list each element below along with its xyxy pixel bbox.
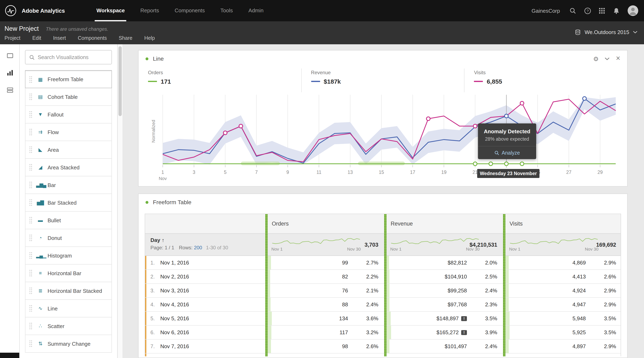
menu-insert[interactable]: Insert	[53, 35, 66, 41]
report-suite-selector[interactable]: We.Outdoors 2015	[575, 29, 638, 35]
legend-orders[interactable]: Orders171	[138, 69, 301, 92]
collapse-chevron-icon[interactable]	[605, 57, 610, 60]
line-chart[interactable]	[161, 95, 617, 168]
table-row[interactable]: 1.Nov 1, 2016992.7%$82,8122.0%4,8692.9%	[145, 256, 621, 270]
notifications-icon[interactable]	[613, 7, 620, 14]
viz-item-horizontal-bar-stacked[interactable]: ≣Horizontal Bar Stacked	[25, 282, 112, 300]
column-header-orders[interactable]: Orders	[265, 214, 384, 233]
cell-orders-value: 88	[265, 301, 348, 307]
cell-visits[interactable]: 5,9253.5%	[503, 326, 622, 339]
nav-item-reports[interactable]: Reports	[132, 0, 167, 21]
dimension-label[interactable]: Day	[150, 237, 160, 243]
sparkline	[271, 237, 361, 245]
table-row[interactable]: 3.Nov 3, 2016762.1%$99,2582.4%4,9242.9%	[145, 284, 621, 298]
cell-visits[interactable]: 4,9242.9%	[503, 284, 622, 297]
menu-help[interactable]: Help	[144, 35, 155, 41]
gear-icon[interactable]: ⚙	[593, 56, 599, 62]
cell-orders[interactable]: 982.6%	[265, 339, 384, 353]
column-drag-handle-visits[interactable]	[503, 214, 506, 356]
scrollbar-thumb[interactable]	[118, 46, 122, 116]
day-cell[interactable]: 3.Nov 3, 2016	[145, 284, 265, 297]
cell-orders[interactable]: 1343.6%	[265, 312, 384, 325]
day-cell[interactable]: 1.Nov 1, 2016	[145, 256, 265, 269]
x-tick-label: 15	[379, 170, 384, 175]
day-cell[interactable]: 7.Nov 7, 2016	[145, 339, 265, 353]
viz-item-area[interactable]: ◣Area	[25, 141, 112, 159]
cell-orders[interactable]: 882.4%	[265, 298, 384, 311]
visualizations-rail-icon[interactable]	[0, 67, 20, 79]
table-row[interactable]: 6.Nov 6, 20161173.2%$165,272!3.9%5,9253.…	[145, 326, 621, 339]
nav-item-components[interactable]: Components	[167, 0, 212, 21]
sort-ascending-icon[interactable]: ↑	[162, 237, 164, 243]
viz-item-fallout[interactable]: ▼Fallout	[25, 106, 112, 123]
nav-item-tools[interactable]: Tools	[212, 0, 241, 21]
cell-visits[interactable]: 5,9483.5%	[503, 312, 622, 325]
viz-item-line[interactable]: ∿Line	[25, 300, 112, 317]
cell-visits[interactable]: 4,4132.6%	[503, 270, 622, 283]
viz-item-summary-change[interactable]: ⇅Summary Change	[25, 335, 112, 353]
cell-revenue[interactable]: $99,2582.4%	[384, 284, 503, 297]
panels-rail-icon[interactable]	[0, 49, 20, 62]
menu-components[interactable]: Components	[78, 35, 107, 41]
cell-orders[interactable]: 822.2%	[265, 270, 384, 283]
cell-orders[interactable]: 1173.2%	[265, 326, 384, 339]
column-drag-handle-revenue[interactable]	[384, 214, 386, 356]
column-drag-handle-orders[interactable]	[265, 214, 268, 356]
table-row[interactable]: 7.Nov 7, 2016982.6%$101,4972.4%4,8972.9%	[145, 339, 621, 353]
cell-orders[interactable]: 762.1%	[265, 284, 384, 297]
menu-edit[interactable]: Edit	[32, 35, 41, 41]
cell-visits[interactable]: 4,8972.9%	[503, 339, 622, 353]
rows-count-link[interactable]: 200	[194, 245, 202, 251]
avatar[interactable]	[628, 5, 638, 16]
drag-handle-icon	[29, 76, 32, 83]
cell-revenue[interactable]: $101,4972.4%	[384, 339, 503, 353]
menu-project[interactable]: Project	[4, 35, 20, 41]
legend-visits[interactable]: Visits6,855	[464, 69, 627, 92]
anomaly-note-icon[interactable]: !	[461, 316, 467, 321]
cell-revenue[interactable]: $165,272!3.9%	[384, 326, 503, 339]
anomaly-note-icon[interactable]: !	[461, 330, 467, 335]
viz-search-input[interactable]	[38, 54, 105, 60]
nav-item-workspace[interactable]: Workspace	[89, 0, 132, 21]
components-rail-icon[interactable]	[0, 84, 20, 96]
menu-share[interactable]: Share	[119, 35, 132, 41]
viz-item-horizontal-bar[interactable]: ≡Horizontal Bar	[25, 264, 112, 282]
help-icon[interactable]: ?	[584, 7, 591, 14]
viz-item-scatter[interactable]: ∴Scatter	[25, 317, 112, 335]
search-icon[interactable]	[570, 7, 576, 14]
viz-item-area-stacked[interactable]: ◢Area Stacked	[25, 159, 112, 176]
viz-item-bullet[interactable]: ▬Bullet	[25, 212, 112, 229]
apps-grid-icon[interactable]	[599, 8, 605, 14]
viz-item-flow[interactable]: ⇉Flow	[25, 123, 112, 141]
day-cell[interactable]: 2.Nov 2, 2016	[145, 270, 265, 283]
viz-item-donut[interactable]: ◔Donut	[25, 229, 112, 247]
nav-item-admin[interactable]: Admin	[241, 0, 271, 21]
column-header-revenue[interactable]: Revenue	[384, 214, 503, 233]
viz-item-bar[interactable]: ▃▆▄Bar	[25, 176, 112, 194]
cell-revenue[interactable]: $148,897!3.5%	[384, 312, 503, 325]
cell-revenue[interactable]: $97,7682.3%	[384, 298, 503, 311]
table-row[interactable]: 2.Nov 2, 2016822.2%$104,9102.5%4,4132.6%	[145, 270, 621, 284]
viz-item-histogram[interactable]: ▂▄▁Histogram	[25, 247, 112, 264]
viz-item-freeform-table[interactable]: ▦Freeform Table	[25, 71, 112, 88]
cell-revenue[interactable]: $104,9102.5%	[384, 270, 503, 283]
table-row[interactable]: 5.Nov 5, 20161343.6%$148,897!3.5%5,9483.…	[145, 312, 621, 326]
legend-color-swatch	[148, 81, 157, 82]
cell-visits[interactable]: 4,9472.9%	[503, 298, 622, 311]
table-row[interactable]: 4.Nov 4, 2016882.4%$97,7682.3%4,9472.9%	[145, 298, 621, 312]
cell-revenue-percent: 2.4%	[467, 287, 503, 294]
day-cell[interactable]: 6.Nov 6, 2016	[145, 326, 265, 339]
close-icon[interactable]: ×	[616, 55, 620, 62]
panel-scrollbar[interactable]	[118, 44, 123, 358]
cell-visits[interactable]: 4,8692.9%	[503, 256, 622, 269]
cell-orders[interactable]: 992.7%	[265, 256, 384, 269]
column-header-visits[interactable]: Visits	[503, 214, 622, 233]
column-total: $4,210,531	[470, 241, 497, 248]
legend-revenue[interactable]: Revenue$187k	[301, 69, 464, 92]
analyze-button[interactable]: Analyze	[478, 146, 536, 159]
day-cell[interactable]: 5.Nov 5, 2016	[145, 312, 265, 325]
viz-item-cohort-table[interactable]: ▤Cohort Table	[25, 88, 112, 106]
day-cell[interactable]: 4.Nov 4, 2016	[145, 298, 265, 311]
cell-revenue[interactable]: $82,8122.0%	[384, 256, 503, 269]
viz-item-bar-stacked[interactable]: ▅▇Bar Stacked	[25, 194, 112, 212]
